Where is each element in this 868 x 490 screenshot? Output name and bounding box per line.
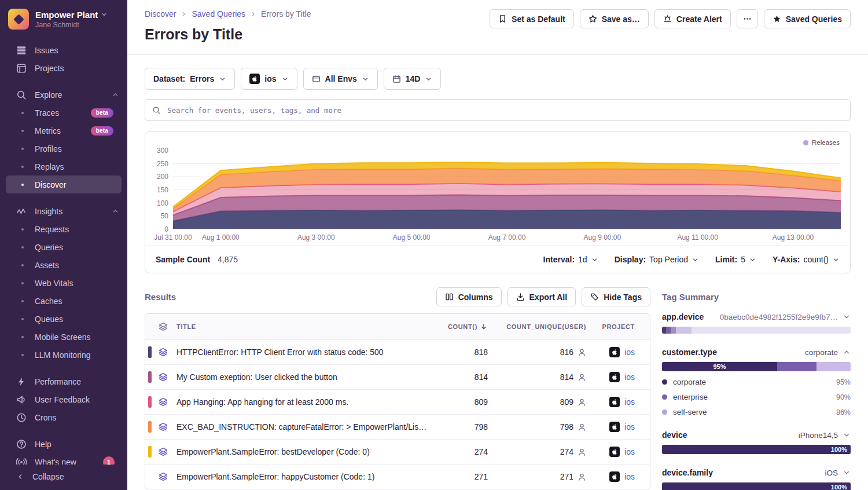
project-link[interactable]: ios [624, 397, 635, 407]
sidebar-item-user-feedback[interactable]: User Feedback [0, 390, 127, 408]
x-axis-label: Aug 9 00:00 [583, 233, 621, 242]
saved-queries-button[interactable]: Saved Queries [764, 9, 851, 28]
tag-distribution-bar [662, 327, 851, 334]
tag-value-row[interactable]: self-serve 86% [662, 408, 851, 416]
search-icon [16, 90, 27, 100]
create-alert-button[interactable]: Create Alert [654, 9, 731, 28]
sidebar-item-assets[interactable]: Assets [0, 256, 127, 274]
sidebar-item-label: Help [35, 440, 52, 449]
tag-value-name: corporate [673, 378, 706, 386]
sidebar-item-replays[interactable]: Replays [0, 158, 127, 175]
sidebar-item-queries[interactable]: Queries [0, 238, 127, 256]
tag-top-value: iOS [825, 469, 838, 477]
project-link[interactable]: ios [624, 372, 635, 382]
column-header-count-unique[interactable]: COUNT_UNIQUE(USER) [488, 323, 586, 330]
environment-selector[interactable]: All Envs [303, 68, 378, 90]
search-input[interactable] [166, 105, 843, 115]
bullet-icon [21, 130, 24, 132]
count-value: 271 [436, 472, 488, 481]
sidebar-item-traces[interactable]: Tracesbeta [0, 104, 127, 122]
tag-section-header[interactable]: customer.type corporate [662, 348, 851, 357]
column-header-count[interactable]: COUNT() [436, 323, 488, 331]
layers-icon [159, 322, 168, 331]
error-title[interactable]: My Custom exeption: User clicked the but… [172, 372, 436, 382]
tag-value-name: enterprise [673, 393, 708, 401]
error-title[interactable]: App Hanging: App hanging for at least 20… [172, 397, 436, 407]
table-row[interactable]: App Hanging: App hanging for at least 20… [145, 389, 650, 414]
project-link[interactable]: ios [624, 472, 635, 481]
table-row[interactable]: EXC_BAD_INSTRUCTION: captureFatalError: … [145, 414, 650, 439]
tag-value-row[interactable]: corporate 95% [662, 378, 851, 386]
column-header-project[interactable]: PROJECT [586, 323, 650, 330]
error-title[interactable]: HTTPClientError: HTTP Client Error with … [172, 348, 436, 357]
tag-bar-percent-label: 100% [831, 446, 847, 453]
sidebar-item-llm-monitoring[interactable]: LLM Monitoring [0, 346, 127, 364]
project-selector[interactable]: ios [241, 68, 297, 90]
breadcrumb-link-discover[interactable]: Discover [145, 9, 176, 19]
org-switcher[interactable]: Empower Plant Jane Schmidt [0, 0, 127, 36]
display-control[interactable]: Display:Top Period [615, 255, 699, 264]
table-row[interactable]: EmpowerPlant.SampleError: bestDeveloper … [145, 439, 650, 464]
sidebar-item-insights[interactable]: Insights [0, 202, 127, 220]
export-all-button[interactable]: Export All [507, 287, 576, 306]
breadcrumb-link-saved-queries[interactable]: Saved Queries [192, 9, 245, 19]
more-options-button[interactable] [737, 9, 758, 28]
calendar-icon [392, 75, 401, 83]
y-axis-label: 0 [164, 225, 168, 233]
ios-platform-icon [609, 471, 620, 482]
dataset-selector[interactable]: Dataset: Errors [145, 68, 235, 90]
sidebar-item-explore[interactable]: Explore [0, 86, 127, 104]
chart-y-axis: 050100150200250300 [151, 151, 173, 229]
project-link[interactable]: ios [624, 422, 635, 432]
table-row[interactable]: My Custom exeption: User clicked the but… [145, 364, 650, 389]
layers-icon [159, 372, 168, 382]
sidebar-item-mobile-screens[interactable]: Mobile Screens [0, 328, 127, 346]
error-title[interactable]: EmpowerPlant.SampleError: happyCustomer … [172, 472, 436, 481]
error-title[interactable]: EmpowerPlant.SampleError: bestDeveloper … [172, 447, 436, 456]
tag-value-row[interactable]: enterprise 90% [662, 393, 851, 401]
sidebar-item-label: Queues [35, 315, 63, 324]
sidebar-item-web-vitals[interactable]: Web Vitals [0, 274, 127, 292]
ios-platform-icon [249, 74, 260, 84]
sidebar-item-metrics[interactable]: Metricsbeta [0, 122, 127, 140]
tag-top-value: 0baebc0de4982f1255f2e9e9fb7… [720, 313, 838, 321]
sidebar-item-profiles[interactable]: Profiles [0, 140, 127, 158]
sidebar-item-help[interactable]: Help [0, 435, 127, 453]
interval-control[interactable]: Interval:1d [543, 255, 598, 264]
sidebar-item-what-s-new[interactable]: What's new1 [0, 453, 127, 465]
column-header-title[interactable]: TITLE [172, 323, 436, 330]
sidebar-item-requests[interactable]: Requests [0, 220, 127, 238]
date-range-selector[interactable]: 14D [384, 68, 442, 90]
hide-tags-button[interactable]: Hide Tags [582, 287, 650, 306]
tag-bar-percent-label: 95% [713, 363, 726, 370]
tag-summary-panel: Tag Summary app.device 0baebc0de4982f125… [662, 287, 851, 490]
tag-section-header[interactable]: device.family iOS [662, 468, 851, 477]
project-link[interactable]: ios [624, 348, 635, 357]
star-icon [589, 14, 597, 23]
count-unique-value: 809 [488, 397, 586, 407]
sidebar-item-projects[interactable]: Projects [0, 59, 127, 77]
sidebar-item-label: Insights [35, 207, 62, 216]
limit-control[interactable]: Limit:5 [715, 255, 756, 264]
columns-button[interactable]: Columns [436, 287, 502, 306]
table-row[interactable]: EmpowerPlant.SampleError: happyCustomer … [145, 464, 650, 489]
table-row[interactable]: HTTPClientError: HTTP Client Error with … [145, 339, 650, 364]
sidebar-item-caches[interactable]: Caches [0, 292, 127, 310]
stacked-area-chart[interactable] [173, 151, 841, 229]
set-as-default-button[interactable]: Set as Default [490, 9, 574, 28]
collapse-button[interactable]: Collapse [0, 465, 127, 490]
tag-section-header[interactable]: device iPhone14,5 [662, 430, 851, 440]
error-title[interactable]: EXC_BAD_INSTRUCTION: captureFatalError: … [172, 422, 436, 432]
sidebar-item-crons[interactable]: Crons [0, 408, 127, 426]
project-link[interactable]: ios [624, 447, 635, 456]
count-unique-value: 814 [488, 372, 586, 382]
y-axis-control[interactable]: Y-Axis:count() [773, 255, 840, 264]
org-name: Empower Plant [35, 10, 98, 20]
sidebar-item-performance[interactable]: Performance [0, 372, 127, 390]
save-as-button[interactable]: Save as… [580, 9, 649, 28]
sidebar-item-queues[interactable]: Queues [0, 310, 127, 328]
sidebar-item-discover[interactable]: Discover [6, 175, 122, 193]
tag-section-header[interactable]: app.device 0baebc0de4982f1255f2e9e9fb7… [662, 312, 851, 321]
sidebar-item-issues[interactable]: Issues [0, 41, 127, 59]
tag-bar-segment [666, 327, 671, 334]
